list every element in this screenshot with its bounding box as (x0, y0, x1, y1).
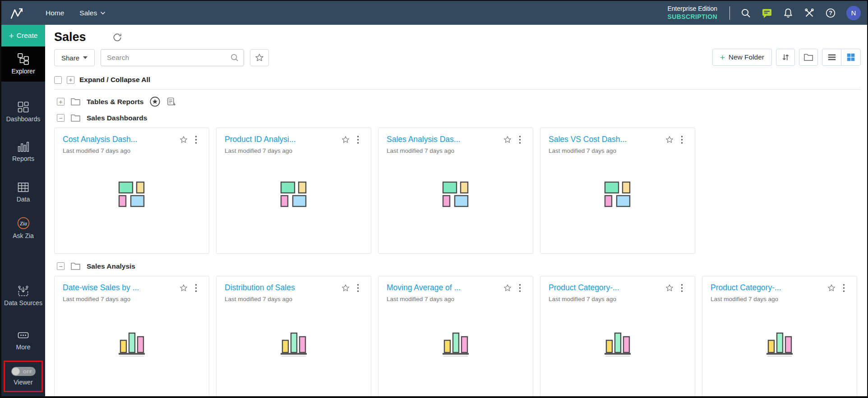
card-modified-label: Last modified 7 days ago (387, 147, 525, 154)
folder-icon (70, 97, 81, 106)
help-icon[interactable]: ? (825, 8, 836, 18)
grid-view-button[interactable] (841, 49, 860, 65)
star-icon[interactable] (341, 284, 350, 294)
card-title-link[interactable]: Sales VS Cost Dash... (549, 135, 661, 144)
card-title-link[interactable]: Distribution of Sales (225, 283, 337, 293)
expand-all-icon[interactable]: + (67, 76, 74, 84)
notifications-bell-icon[interactable] (783, 8, 794, 18)
card-modified-label: Last modified 7 days ago (549, 296, 687, 302)
card-title-link[interactable]: Product Category-... (711, 283, 823, 293)
card-report[interactable]: Moving Average of ... Last modified 7 da… (378, 276, 533, 396)
search-icon[interactable] (740, 8, 751, 18)
sitemap-icon (17, 53, 29, 65)
tools-icon[interactable] (804, 8, 815, 18)
kebab-menu-icon[interactable] (515, 135, 525, 144)
toggle-knob-icon (12, 367, 20, 375)
kebab-menu-icon[interactable] (515, 284, 525, 293)
folder-name[interactable]: Sales Dashboards (87, 114, 147, 122)
card-title-link[interactable]: Product ID Analysi... (225, 135, 337, 144)
card-title-link[interactable]: Sales Analysis Das... (387, 135, 499, 144)
report-cards-row: Date-wise Sales by ... Last modified 7 d… (54, 276, 861, 396)
star-icon[interactable] (665, 135, 674, 146)
topbar: Home Sales Enterprise Edition SUBSCRIPTI… (1, 1, 867, 25)
sidebar-item-dashboards[interactable]: Dashboards (1, 101, 45, 123)
star-icon[interactable] (179, 284, 188, 294)
kebab-menu-icon[interactable] (191, 135, 201, 144)
sidebar-item-explorer[interactable]: Explorer (1, 46, 45, 82)
star-icon[interactable] (179, 135, 188, 146)
card-report[interactable]: Product Category-... Last modified 7 day… (540, 276, 695, 396)
card-report[interactable]: Date-wise Sales by ... Last modified 7 d… (54, 276, 209, 396)
report-thumbnail-icon (387, 302, 525, 384)
select-all-checkbox[interactable] (54, 76, 62, 84)
folder-row-sales-dashboards: − Sales Dashboards (54, 114, 861, 122)
viewer-toggle[interactable]: OFF (11, 367, 36, 376)
card-dashboard[interactable]: Sales Analysis Das... Last modified 7 da… (378, 128, 533, 254)
card-dashboard[interactable]: Product ID Analysi... Last modified 7 da… (216, 128, 371, 254)
nav-folder-dropdown[interactable]: Sales (79, 9, 106, 17)
kebab-menu-icon[interactable] (677, 135, 687, 144)
search-input[interactable] (101, 49, 244, 66)
star-icon[interactable] (503, 135, 512, 146)
nav-folder-label: Sales (79, 9, 97, 17)
new-folder-button[interactable]: + New Folder (712, 49, 772, 66)
expand-collapse-label: Expand / Collapse All (79, 76, 150, 84)
sidebar-item-ask-zia[interactable]: Zia Ask Zia (1, 216, 45, 240)
chevron-down-icon (100, 11, 106, 15)
folder-name[interactable]: Sales Analysis (87, 262, 135, 270)
table-icon (17, 181, 29, 193)
grid-icon (846, 52, 856, 62)
plus-icon: + (720, 53, 725, 62)
list-view-button[interactable] (822, 49, 841, 65)
sidebar-item-more[interactable]: More (1, 329, 45, 351)
top-navigation: Home Sales (46, 9, 106, 17)
refresh-icon[interactable] (111, 32, 123, 43)
favorites-filter-button[interactable] (250, 49, 269, 66)
create-button[interactable]: + Create (1, 25, 45, 46)
card-dashboard[interactable]: Cost Analysis Dash... Last modified 7 da… (54, 128, 209, 254)
card-title-link[interactable]: Product Category-... (549, 283, 661, 293)
expand-collapse-row: + Expand / Collapse All (54, 76, 861, 84)
kebab-menu-icon[interactable] (677, 284, 687, 293)
analytics-logo-icon[interactable] (7, 3, 27, 23)
folder-row-sales-analysis: − Sales Analysis (54, 262, 861, 270)
sidebar-item-data[interactable]: Data (1, 181, 45, 203)
kebab-menu-icon[interactable] (353, 284, 363, 293)
folder-name[interactable]: Tables & Reports (87, 98, 143, 106)
star-icon[interactable] (341, 135, 350, 146)
sort-button[interactable] (776, 49, 795, 66)
kebab-menu-icon[interactable] (353, 135, 363, 144)
sidebar-item-data-sources[interactable]: Data Sources (1, 285, 45, 307)
collapse-icon[interactable]: − (57, 262, 65, 270)
user-avatar[interactable]: N (846, 6, 861, 20)
kebab-menu-icon[interactable] (839, 284, 849, 293)
star-icon[interactable] (665, 284, 674, 294)
edition-info: Enterprise Edition SUBSCRIPTION (667, 5, 717, 21)
card-title-link[interactable]: Date-wise Sales by ... (63, 283, 175, 293)
collapse-icon[interactable]: − (57, 114, 65, 122)
share-button[interactable]: Share (54, 49, 95, 66)
toggle-state-label: OFF (23, 369, 32, 374)
viewer-label: Viewer (14, 379, 33, 386)
card-title-link[interactable]: Moving Average of ... (387, 283, 499, 293)
sidebar-item-reports[interactable]: Reports (1, 141, 45, 163)
card-modified-label: Last modified 7 days ago (387, 296, 525, 302)
folder-icon (70, 262, 81, 270)
topbar-right: Enterprise Edition SUBSCRIPTION (667, 1, 861, 25)
card-dashboard[interactable]: Sales VS Cost Dash... Last modified 7 da… (540, 128, 695, 254)
reports-list-icon[interactable] (166, 97, 176, 106)
report-thumbnail-icon (63, 302, 201, 384)
viewer-toggle-annotation: OFF Viewer (4, 361, 43, 392)
caret-down-icon (83, 56, 88, 59)
card-title-link[interactable]: Cost Analysis Dash... (63, 135, 175, 144)
favorite-badge-icon[interactable] (149, 96, 161, 107)
card-report[interactable]: Product Category-... Last modified 7 day… (702, 276, 857, 396)
folder-view-button[interactable] (799, 49, 818, 66)
card-report[interactable]: Distribution of Sales Last modified 7 da… (216, 276, 371, 396)
star-icon[interactable] (827, 284, 836, 294)
expand-icon[interactable]: + (57, 98, 65, 105)
kebab-menu-icon[interactable] (191, 284, 201, 293)
feedback-chat-icon[interactable] (762, 8, 772, 18)
nav-home[interactable]: Home (46, 9, 64, 17)
star-icon[interactable] (503, 284, 512, 294)
